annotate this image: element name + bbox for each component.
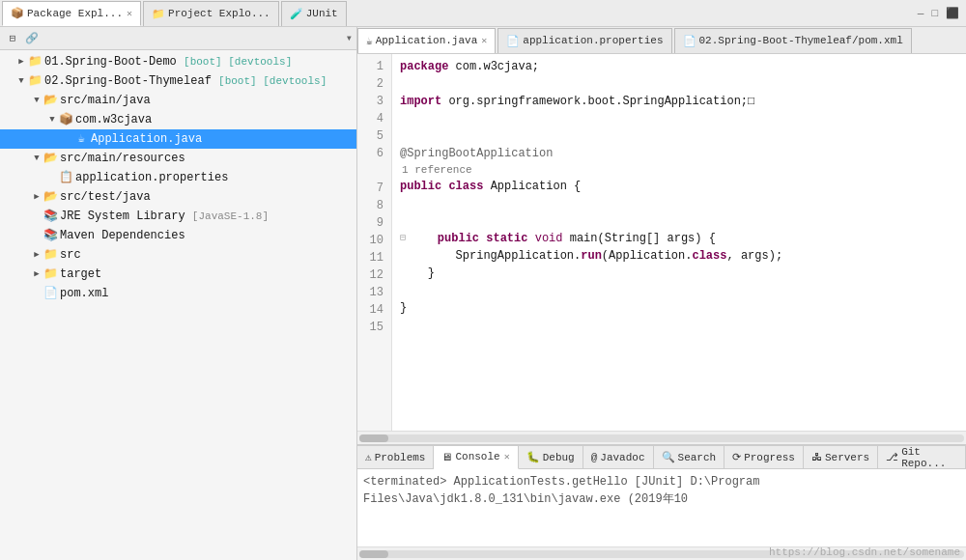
tree-item-spring-boot-demo[interactable]: ▶ 📁 01.Spring-Boot-Demo [boot] [devtools…: [0, 52, 356, 71]
folder-icon-src-test-java: 📂: [43, 188, 58, 206]
tree-label-pom-xml: pom.xml: [60, 285, 108, 302]
bottom-tab-search[interactable]: 🔍 Search: [654, 446, 725, 469]
bottom-tab-javadoc[interactable]: @ Javadoc: [583, 446, 654, 469]
tree-item-src-test-java[interactable]: ▶ 📂 src/test/java: [0, 187, 356, 207]
editor-tab-pom-xml[interactable]: 📄 02.Spring-Boot-Thymeleaf/pom.xml: [674, 28, 912, 53]
tree-arrow-thymeleaf: ▼: [15, 72, 27, 90]
tree-arrow-com-w3cjava: ▼: [46, 111, 58, 128]
editor-tab-bar: ☕ Application.java ✕ 📄 application.prope…: [357, 27, 966, 54]
tree-label-src: src: [60, 246, 81, 264]
package-explorer-icon: 📦: [11, 7, 24, 19]
tree-label-target: target: [60, 266, 101, 283]
bottom-tab-label-console: Console: [455, 451, 499, 462]
tree-arrow-src-main-resources: ▼: [31, 150, 43, 167]
bottom-tab-close-console[interactable]: ✕: [504, 451, 510, 462]
bottom-tab-servers[interactable]: 🖧 Servers: [804, 446, 878, 469]
project-explorer-icon: 📁: [152, 8, 165, 20]
tab-label-project-explorer: Project Explo...: [168, 8, 270, 19]
library-icon-jre: 📚: [43, 208, 58, 225]
code-line-8: [400, 195, 966, 212]
bottom-tab-console[interactable]: 🖥 Console ✕: [434, 446, 518, 469]
code-line-3: import org.springframework.boot.SpringAp…: [400, 93, 966, 110]
tab-label-junit: JUnit: [306, 8, 338, 19]
tab-project-explorer[interactable]: 📁 Project Explo...: [143, 1, 279, 26]
console-terminated-line: <terminated> ApplicationTests.getHello […: [363, 473, 960, 508]
tree-arrow-spring-boot-demo: ▶: [15, 53, 27, 70]
bottom-tab-problems[interactable]: ⚠ Problems: [357, 446, 434, 469]
tab-close-package-explorer[interactable]: ✕: [127, 8, 132, 19]
link-with-editor-btn[interactable]: 🔗: [23, 30, 41, 47]
minimize-btn[interactable]: —: [915, 8, 927, 19]
tree-item-src[interactable]: ▶ 📁 src: [0, 245, 356, 265]
folder-icon-thymeleaf: 📁: [27, 72, 43, 90]
code-line-15: [400, 317, 966, 334]
code-line-6: @SpringBootApplication: [400, 145, 966, 162]
folder-icon-target: 📁: [43, 266, 58, 283]
tree-item-application-properties[interactable]: 📋 application.properties: [0, 168, 356, 187]
junit-icon: 🧪: [290, 8, 303, 20]
tree-item-jre-library[interactable]: 📚 JRE System Library [JavaSE-1.8]: [0, 207, 356, 226]
fold-icon-10[interactable]: ⊟: [400, 230, 406, 247]
tree-label-src-test-java: src/test/java: [60, 188, 151, 206]
editor-tab-application-properties[interactable]: 📄 application.properties: [497, 28, 671, 53]
code-line-13: [400, 282, 966, 299]
tree-label-jre-library: JRE System Library [JavaSE-1.8]: [60, 208, 269, 225]
bottom-tab-label-progress: Progress: [744, 452, 795, 463]
code-editor[interactable]: 1 2 3 4 5 6 · 7 8 9 10 11 12: [357, 54, 966, 431]
xml-file-icon-pom: 📄: [43, 285, 58, 302]
tree-item-maven-dependencies[interactable]: 📚 Maven Dependencies: [0, 226, 356, 245]
tree-arrow-src-main-java: ▼: [31, 92, 43, 109]
problems-icon: ⚠: [365, 451, 372, 463]
tree-item-thymeleaf[interactable]: ▼ 📁 02.Spring-Boot-Thymeleaf [boot] [dev…: [0, 71, 356, 91]
tree-item-pom-xml[interactable]: 📄 pom.xml: [0, 284, 356, 303]
bottom-tab-git-repo[interactable]: ⎇ Git Repo...: [878, 446, 966, 469]
editor-tab-application-java[interactable]: ☕ Application.java ✕: [357, 28, 496, 53]
folder-icon-src: 📁: [43, 246, 58, 264]
tree-label-src-main-java: src/main/java: [60, 92, 151, 109]
package-explorer-tree[interactable]: ▶ 📁 01.Spring-Boot-Demo [boot] [devtools…: [0, 50, 356, 560]
console-icon: 🖥: [441, 451, 452, 463]
bottom-tab-progress[interactable]: ⟳ Progress: [724, 446, 804, 469]
view-menu-btn[interactable]: ▾: [346, 31, 353, 45]
tree-item-src-main-resources[interactable]: ▼ 📂 src/main/resources: [0, 149, 356, 168]
maximize-btn[interactable]: □: [928, 8, 941, 19]
progress-icon: ⟳: [732, 451, 741, 463]
tree-item-application-java[interactable]: ☕ Application.java: [0, 129, 356, 149]
tree-label-src-main-resources: src/main/resources: [60, 150, 185, 167]
code-line-12: }: [400, 265, 966, 282]
code-line-2: [400, 75, 966, 93]
bottom-tab-bar: ⚠ Problems 🖥 Console ✕ 🐛 Debug: [357, 446, 966, 469]
hscroll-thumb[interactable]: [359, 434, 388, 442]
tree-label-com-w3cjava: com.w3cjava: [75, 111, 152, 128]
bottom-tab-label-servers: Servers: [825, 452, 869, 463]
properties-tab-icon: 📄: [506, 35, 520, 47]
code-line-5: [400, 127, 966, 145]
collapse-all-btn[interactable]: ⊟: [4, 30, 21, 47]
editor-hscrollbar[interactable]: [357, 431, 966, 444]
editor-tab-label-application-java: Application.java: [376, 35, 478, 46]
editor-tab-close-application-java[interactable]: ✕: [481, 35, 487, 46]
package-icon-com-w3cjava: 📦: [58, 111, 73, 128]
code-line-9: [400, 212, 966, 230]
bottom-tab-debug[interactable]: 🐛 Debug: [519, 446, 583, 469]
folder-icon-src-main-java: 📂: [43, 92, 58, 109]
code-line-1: package com.w3cjava;: [400, 58, 966, 75]
console-hscroll-thumb[interactable]: [359, 550, 388, 558]
code-line-4: [400, 110, 966, 127]
tab-junit[interactable]: 🧪 JUnit: [281, 1, 347, 26]
console-hscrollbar[interactable]: https://blog.csdn.net/somename: [357, 546, 966, 560]
tree-item-com-w3cjava[interactable]: ▼ 📦 com.w3cjava: [0, 110, 356, 129]
editor-tab-label-application-properties: application.properties: [523, 35, 663, 46]
git-icon: ⎇: [886, 451, 898, 463]
console-output-area: <terminated> ApplicationTests.getHello […: [357, 469, 966, 546]
restore-btn[interactable]: ⬛: [943, 7, 962, 19]
tree-item-target[interactable]: ▶ 📁 target: [0, 265, 356, 284]
tree-arrow-src-test-java: ▶: [31, 188, 43, 206]
tree-item-src-main-java[interactable]: ▼ 📂 src/main/java: [0, 91, 356, 110]
library-icon-maven: 📚: [43, 227, 58, 244]
tree-label-thymeleaf: 02.Spring-Boot-Thymeleaf [boot] [devtool…: [44, 72, 327, 90]
top-tab-bar: 📦 Package Expl... ✕ 📁 Project Explo... 🧪…: [0, 0, 966, 27]
code-line-7: public class Application {: [400, 178, 966, 195]
bottom-panel: ⚠ Problems 🖥 Console ✕ 🐛 Debug: [357, 444, 966, 560]
tab-package-explorer[interactable]: 📦 Package Expl... ✕: [2, 1, 141, 26]
